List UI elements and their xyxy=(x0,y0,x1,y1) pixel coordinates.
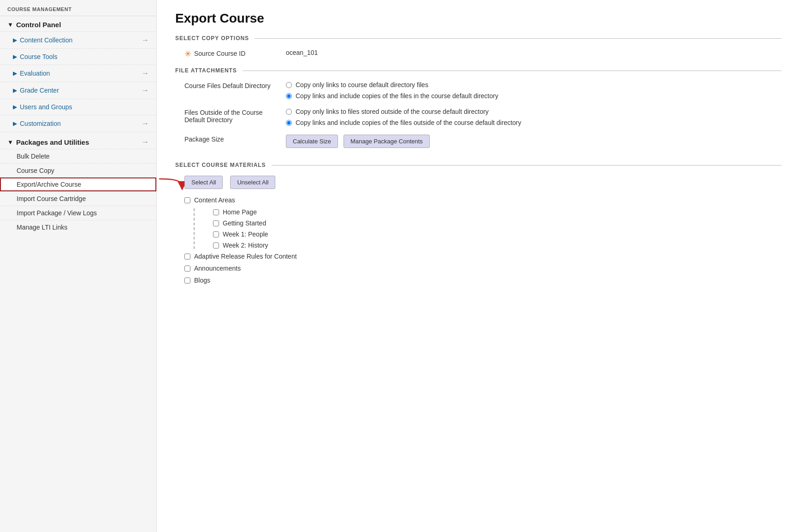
main-content: Export Course SELECT COPY OPTIONS ✳ Sour… xyxy=(157,0,800,532)
outside-files-option-1[interactable]: Copy only links to files stored outside … xyxy=(286,108,521,115)
arrow-right-icon: → xyxy=(142,86,149,95)
copy-options-label: SELECT COPY OPTIONS xyxy=(175,35,249,41)
checkbox-week2-history[interactable] xyxy=(213,242,219,248)
arrow-right-icon: → xyxy=(142,138,149,146)
arrow-right-icon: → xyxy=(142,69,149,77)
checklist-home-page: Home Page xyxy=(213,208,782,216)
chevron-right-icon: ▶ xyxy=(13,120,17,127)
checklist-week2-history: Week 2: History xyxy=(213,242,782,249)
course-files-options: Copy only links to course default direct… xyxy=(286,81,498,100)
unselect-all-button[interactable]: Unselect All xyxy=(230,176,275,189)
manage-package-button[interactable]: Manage Package Contents xyxy=(344,135,430,148)
sidebar-item-grade-center[interactable]: ▶ Grade Center → xyxy=(0,82,156,99)
outside-files-row: Files Outside of the Course Default Dire… xyxy=(175,108,782,126)
chevron-right-icon: ▶ xyxy=(13,53,17,60)
checklist-getting-started: Getting Started xyxy=(213,219,782,227)
sidebar-item-users-and-groups[interactable]: ▶ Users and Groups xyxy=(0,99,156,115)
checkbox-home-page[interactable] xyxy=(213,209,219,215)
source-course-row: ✳ Source Course ID ocean_101 xyxy=(175,49,782,58)
course-files-option-1[interactable]: Copy only links to course default direct… xyxy=(286,81,498,89)
file-attachments-label: FILE ATTACHMENTS xyxy=(175,67,237,74)
chevron-right-icon: ▶ xyxy=(13,70,17,77)
outside-files-label: Files Outside of the Course Default Dire… xyxy=(184,108,286,124)
outside-files-options: Copy only links to files stored outside … xyxy=(286,108,521,126)
course-files-label: Course Files Default Directory xyxy=(184,81,286,89)
source-course-label: ✳ Source Course ID xyxy=(184,49,286,58)
course-materials-section-header: SELECT COURSE MATERIALS xyxy=(175,162,782,168)
packages-utilities-title[interactable]: ▼ Packages and Utilities → xyxy=(0,132,156,149)
checkbox-adaptive-release[interactable] xyxy=(184,254,190,260)
checkbox-content-areas[interactable] xyxy=(184,197,190,203)
course-files-row: Course Files Default Directory Copy only… xyxy=(175,81,782,100)
outside-files-radio-1[interactable] xyxy=(286,109,292,115)
course-materials-checklist: Content Areas Home Page Getting Started … xyxy=(175,196,782,284)
course-files-option-2[interactable]: Copy links and include copies of the fil… xyxy=(286,92,498,100)
course-files-radio-2[interactable] xyxy=(286,93,292,99)
sub-item-import-package-view-logs[interactable]: Import Package / View Logs xyxy=(0,206,156,220)
chevron-right-icon: ▶ xyxy=(13,87,17,94)
checkbox-getting-started[interactable] xyxy=(213,220,219,226)
sidebar-header: COURSE MANAGEMENT xyxy=(0,0,156,16)
checkbox-announcements[interactable] xyxy=(184,266,190,272)
checkbox-week1-people[interactable] xyxy=(213,231,219,237)
section-divider xyxy=(255,38,782,39)
copy-options-section-header: SELECT COPY OPTIONS xyxy=(175,35,782,41)
page-title: Export Course xyxy=(175,11,782,26)
select-all-container: Select All Unselect All xyxy=(184,176,782,189)
sub-item-export-archive-course[interactable]: Export/Archive Course xyxy=(0,177,156,191)
arrow-right-icon: → xyxy=(142,36,149,44)
select-all-button[interactable]: Select All xyxy=(184,176,223,189)
package-size-buttons: Calculate Size Manage Package Contents xyxy=(286,135,433,148)
file-attachments-section-header: FILE ATTACHMENTS xyxy=(175,67,782,74)
source-course-value: ocean_101 xyxy=(286,49,318,56)
chevron-down-icon: ▼ xyxy=(7,21,13,28)
red-arrow-icon xyxy=(157,177,184,195)
sub-item-import-course-cartridge[interactable]: Import Course Cartridge xyxy=(0,191,156,206)
course-files-radio-1[interactable] xyxy=(286,82,292,88)
select-all-row: Select All Unselect All xyxy=(184,176,782,189)
sidebar-item-course-tools[interactable]: ▶ Course Tools xyxy=(0,48,156,65)
checklist-week1-people: Week 1: People xyxy=(213,231,782,238)
checklist-content-areas: Content Areas xyxy=(184,196,782,204)
chevron-right-icon: ▶ xyxy=(13,104,17,110)
packages-sub-items: Bulk Delete Course Copy Export/Archive C… xyxy=(0,149,156,234)
chevron-down-icon: ▼ xyxy=(7,139,13,146)
package-size-row: Package Size Calculate Size Manage Packa… xyxy=(175,135,782,148)
checklist-announcements: Announcements xyxy=(184,265,782,272)
content-areas-children: Home Page Getting Started Week 1: People… xyxy=(194,208,782,249)
checklist-adaptive-release: Adaptive Release Rules for Content xyxy=(184,253,782,260)
sidebar-item-customization[interactable]: ▶ Customization → xyxy=(0,115,156,132)
sidebar-item-evaluation[interactable]: ▶ Evaluation → xyxy=(0,65,156,82)
course-materials-label: SELECT COURSE MATERIALS xyxy=(175,162,266,168)
chevron-right-icon: ▶ xyxy=(13,37,17,43)
sub-item-bulk-delete[interactable]: Bulk Delete xyxy=(0,149,156,163)
outside-files-option-2[interactable]: Copy links and include copies of the fil… xyxy=(286,119,521,126)
calculate-size-button[interactable]: Calculate Size xyxy=(286,135,338,148)
arrow-right-icon: → xyxy=(142,119,149,128)
section-divider xyxy=(243,71,782,71)
sidebar-item-content-collection[interactable]: ▶ Content Collection → xyxy=(0,31,156,48)
outside-files-radio-2[interactable] xyxy=(286,120,292,126)
package-size-label: Package Size xyxy=(184,135,286,143)
control-panel-title: ▼ Control Panel xyxy=(0,16,156,31)
section-divider xyxy=(272,165,782,166)
required-star-icon: ✳ xyxy=(184,50,191,58)
checklist-blogs: Blogs xyxy=(184,277,782,284)
sidebar: COURSE MANAGEMENT ▼ Control Panel ▶ Cont… xyxy=(0,0,157,532)
checkbox-blogs[interactable] xyxy=(184,278,190,284)
sub-item-manage-lti-links[interactable]: Manage LTI Links xyxy=(0,220,156,234)
sub-item-course-copy[interactable]: Course Copy xyxy=(0,163,156,177)
